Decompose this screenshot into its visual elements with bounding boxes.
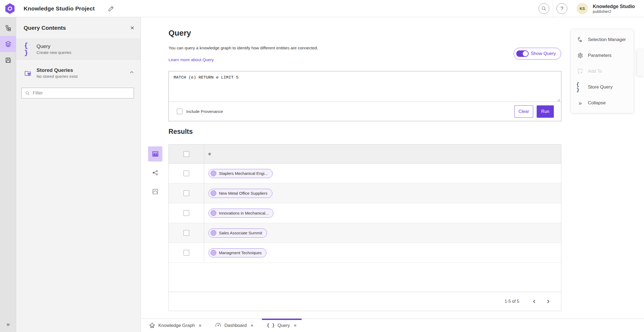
entity-pill[interactable]: Staplers Mechanical Engi... bbox=[208, 169, 273, 178]
search-button[interactable] bbox=[539, 3, 549, 14]
table-row[interactable]: Innovations in Mechanical... bbox=[169, 203, 561, 223]
row-cell: New Metal Office Suppliers bbox=[204, 183, 561, 203]
table-row[interactable]: Staplers Mechanical Engi... bbox=[169, 164, 561, 183]
tab-label: Query bbox=[277, 323, 290, 328]
help-icon: ? bbox=[561, 6, 564, 12]
link-chart-view-button[interactable] bbox=[148, 165, 162, 180]
entity-dot-icon bbox=[211, 230, 216, 236]
user-name: Knowledge Studio bbox=[593, 4, 635, 9]
table-view-icon bbox=[152, 150, 159, 157]
panel-item-query[interactable]: { } Query Create new queries bbox=[16, 39, 141, 60]
table-row[interactable]: New Metal Office Suppliers bbox=[169, 183, 561, 203]
close-tab-button[interactable]: × bbox=[199, 323, 202, 328]
row-cell: Sales Associate Summit bbox=[204, 223, 561, 243]
clear-button[interactable]: Clear bbox=[514, 105, 533, 118]
save-icon bbox=[5, 57, 12, 64]
row-checkbox-cell bbox=[169, 164, 204, 183]
collapsed-panel-edge[interactable] bbox=[637, 49, 644, 76]
query-item-texts: Query Create new queries bbox=[36, 43, 71, 55]
layers-icon bbox=[5, 40, 12, 48]
close-tab-button[interactable]: × bbox=[250, 323, 253, 328]
braces-icon: { } bbox=[24, 42, 34, 57]
entity-dot-icon bbox=[211, 250, 216, 256]
edit-title-button[interactable] bbox=[107, 5, 115, 13]
include-provenance-checkbox[interactable] bbox=[177, 109, 182, 114]
next-page-button[interactable] bbox=[543, 296, 554, 307]
rail-item-contents[interactable] bbox=[0, 36, 16, 52]
run-button[interactable]: Run bbox=[537, 105, 554, 118]
query-input[interactable]: MATCH (e) RETURN e LIMIT 5 bbox=[169, 71, 561, 102]
row-checkbox[interactable] bbox=[184, 250, 189, 256]
show-query-toggle[interactable]: Show Query bbox=[514, 48, 561, 60]
table-row[interactable]: Managment Techniques bbox=[169, 243, 561, 263]
link-chart-view-icon bbox=[152, 169, 159, 176]
pagination-bar: 1-5 of 5 bbox=[169, 292, 561, 311]
entity-label: Staplers Mechanical Engi... bbox=[219, 171, 268, 176]
row-checkbox[interactable] bbox=[184, 210, 189, 216]
stored-item-description: No stored queries exist bbox=[36, 74, 78, 79]
dashboard-icon bbox=[215, 322, 221, 329]
results-table: e Staplers Mechanical Engi... bbox=[169, 144, 561, 311]
add-to-icon bbox=[576, 68, 584, 74]
entity-label: Managment Techniques bbox=[219, 250, 262, 255]
header-checkbox-cell bbox=[169, 145, 204, 163]
chevron-right-icon bbox=[546, 299, 550, 304]
filter-field-wrap bbox=[21, 88, 134, 98]
menu-label: Add To bbox=[588, 69, 602, 74]
column-header-e[interactable]: e bbox=[204, 145, 211, 163]
close-tab-button[interactable]: × bbox=[294, 323, 297, 328]
close-panel-button[interactable]: × bbox=[130, 25, 134, 31]
tab-query[interactable]: { } Query × bbox=[262, 319, 301, 332]
selection-manager-icon bbox=[576, 36, 584, 43]
help-button[interactable]: ? bbox=[557, 3, 567, 14]
menu-item-parameters[interactable]: Parameters bbox=[571, 47, 634, 63]
menu-item-store-query[interactable]: { } Store Query bbox=[571, 79, 634, 95]
filter-input[interactable] bbox=[33, 90, 130, 96]
braces-icon: { } bbox=[267, 323, 275, 328]
entity-pill[interactable]: New Metal Office Suppliers bbox=[208, 189, 272, 198]
pencil-icon bbox=[108, 6, 114, 12]
entity-pill[interactable]: Innovations in Mechanical... bbox=[208, 209, 273, 218]
rail-item-save[interactable] bbox=[0, 52, 16, 68]
results-view-switcher bbox=[148, 146, 162, 199]
entity-pill[interactable]: Sales Associate Summit bbox=[208, 228, 267, 238]
table-header-row: e bbox=[169, 145, 561, 164]
tab-dashboard[interactable]: Dashboard × bbox=[210, 319, 258, 332]
row-checkbox[interactable] bbox=[184, 171, 189, 176]
map-view-icon bbox=[152, 188, 159, 195]
row-checkbox[interactable] bbox=[184, 190, 189, 196]
menu-label: Collapse bbox=[588, 100, 606, 106]
expand-rail-button[interactable]: » bbox=[0, 319, 16, 330]
row-checkbox-cell bbox=[169, 243, 204, 263]
row-checkbox[interactable] bbox=[184, 230, 189, 236]
query-contents-panel: Query Contents × { } Query Create new qu… bbox=[16, 17, 141, 332]
table-view-button[interactable] bbox=[148, 146, 162, 161]
panel-item-stored-queries[interactable]: Stored Queries No stored queries exist bbox=[16, 64, 141, 82]
map-view-button[interactable] bbox=[148, 184, 162, 199]
left-icon-rail: » bbox=[0, 17, 16, 332]
toggle-switch[interactable] bbox=[516, 50, 529, 57]
chevron-up-icon bbox=[129, 70, 134, 75]
menu-item-selection-manager[interactable]: Selection Manager bbox=[571, 32, 634, 47]
entity-pill[interactable]: Managment Techniques bbox=[208, 248, 266, 257]
collapse-stored-queries-button[interactable] bbox=[129, 70, 134, 76]
user-role: publisher2 bbox=[593, 9, 635, 14]
menu-item-collapse[interactable]: » Collapse bbox=[571, 95, 634, 111]
resize-handle[interactable] bbox=[557, 98, 560, 102]
tab-knowledge-graph[interactable]: Knowledge Graph × bbox=[144, 319, 206, 332]
query-item-description: Create new queries bbox=[36, 50, 71, 55]
row-cell: Staplers Mechanical Engi... bbox=[204, 164, 561, 183]
project-title: Knowledge Studio Project bbox=[24, 5, 95, 12]
table-row[interactable]: Sales Associate Summit bbox=[169, 223, 561, 243]
select-all-checkbox[interactable] bbox=[184, 151, 189, 157]
rail-item-data-model[interactable] bbox=[0, 20, 16, 36]
chevron-left-icon bbox=[532, 299, 536, 304]
stored-queries-folder-icon bbox=[24, 69, 34, 77]
user-info: Knowledge Studio publisher2 bbox=[593, 3, 635, 14]
query-tools-menu: Selection Manager Parameters Add To bbox=[571, 29, 634, 113]
knowledge-graph-icon bbox=[149, 322, 155, 329]
user-avatar[interactable]: KS bbox=[577, 3, 588, 14]
include-provenance-label: Include Provenance bbox=[186, 109, 223, 114]
learn-more-link[interactable]: Learn more about Query bbox=[169, 57, 214, 62]
previous-page-button[interactable] bbox=[529, 296, 540, 307]
